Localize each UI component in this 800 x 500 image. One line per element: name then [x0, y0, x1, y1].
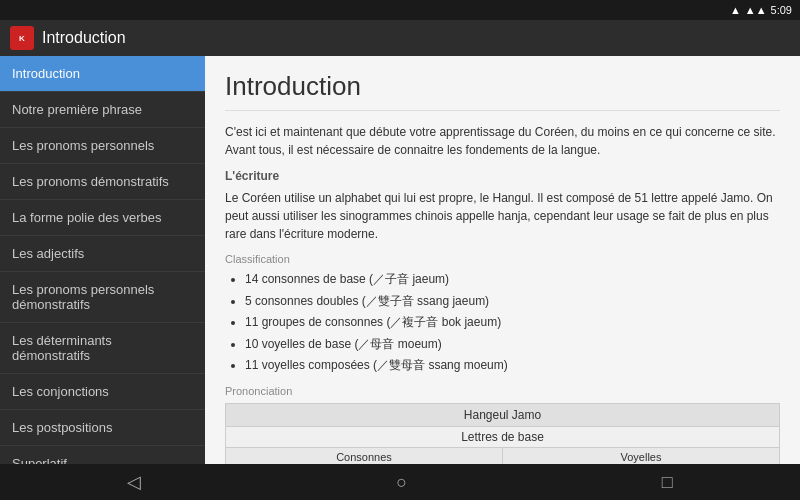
main-layout: IntroductionNotre première phraseLes pro…: [0, 56, 800, 464]
title-bar-text: Introduction: [42, 29, 126, 47]
hangeul-table: Hangeul Jamo Lettres de base Consonnes V…: [225, 403, 780, 464]
home-button[interactable]: ○: [376, 472, 427, 493]
list-item: 11 groupes de consonnes (／複子音 bok jaeum): [245, 312, 780, 334]
sidebar-item-pronoms-demonstratifs[interactable]: Les pronoms démonstratifs: [0, 164, 205, 200]
sidebar-item-superlatif[interactable]: Superlatif: [0, 446, 205, 464]
table-section-headers: Consonnes Voyelles: [226, 448, 779, 464]
sidebar-item-postpositions[interactable]: Les postpositions: [0, 410, 205, 446]
menu-button[interactable]: □: [642, 472, 693, 493]
sidebar-item-notre-premiere-phrase[interactable]: Notre première phrase: [0, 92, 205, 128]
consonnes-header: Consonnes: [226, 448, 503, 464]
ecriture-heading: L'écriture: [225, 169, 780, 183]
table-subtitle: Lettres de base: [226, 427, 779, 448]
table-title: Hangeul Jamo: [226, 404, 779, 427]
sidebar: IntroductionNotre première phraseLes pro…: [0, 56, 205, 464]
sidebar-item-adjectifs[interactable]: Les adjectifs: [0, 236, 205, 272]
title-bar: K Introduction: [0, 20, 800, 56]
classification-label: Classification: [225, 253, 780, 265]
sidebar-item-forme-polie[interactable]: La forme polie des verbes: [0, 200, 205, 236]
status-bar: ▲ ▲▲ 5:09: [0, 0, 800, 20]
ecriture-paragraph: Le Coréen utilise un alphabet qui lui es…: [225, 189, 780, 243]
content-area: Introduction C'est ici et maintenant que…: [205, 56, 800, 464]
voyelles-header: Voyelles: [503, 448, 779, 464]
pronunciation-label: Prononciation: [225, 385, 780, 397]
list-item: 11 voyelles composées (／雙母音 ssang moeum): [245, 355, 780, 377]
sidebar-item-determinants-dem[interactable]: Les déterminants démonstratifs: [0, 323, 205, 374]
status-time: 5:09: [771, 4, 792, 16]
intro-paragraph-1: C'est ici et maintenant que débute votre…: [225, 123, 780, 159]
sidebar-item-conjonctions[interactable]: Les conjonctions: [0, 374, 205, 410]
back-button[interactable]: ◁: [107, 471, 161, 493]
wifi-icon: ▲: [730, 4, 741, 16]
list-item: 5 consonnes doubles (／雙子音 ssang jaeum): [245, 291, 780, 313]
page-title: Introduction: [225, 71, 780, 111]
signal-icon: ▲▲: [745, 4, 767, 16]
bullet-list: 14 consonnes de base (／子音 jaeum)5 conson…: [245, 269, 780, 377]
nav-bar: ◁ ○ □: [0, 464, 800, 500]
list-item: 14 consonnes de base (／子音 jaeum): [245, 269, 780, 291]
app-icon: K: [10, 26, 34, 50]
sidebar-item-pronoms-personnels[interactable]: Les pronoms personnels: [0, 128, 205, 164]
sidebar-item-introduction[interactable]: Introduction: [0, 56, 205, 92]
list-item: 10 voyelles de base (／母音 moeum): [245, 334, 780, 356]
sidebar-item-pronoms-personnels-dem[interactable]: Les pronoms personnels démonstratifs: [0, 272, 205, 323]
